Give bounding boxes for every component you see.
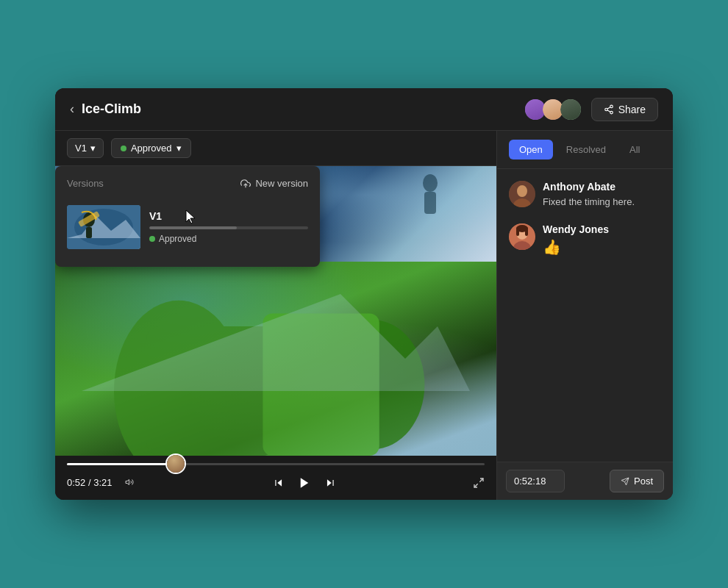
version-thumbnail: [67, 205, 140, 249]
thumb-scene: [67, 205, 140, 249]
svg-line-4: [607, 107, 610, 108]
progress-thumb: [165, 453, 186, 474]
comment-item: Anthony Abate Fixed the timing here.: [509, 181, 661, 209]
thumbnail-image: [67, 205, 140, 249]
titlebar-left: ‹ Ice-Climb: [70, 101, 141, 117]
fullscreen-icon: [473, 477, 485, 489]
comment-content: Anthony Abate Fixed the timing here.: [543, 181, 661, 209]
step-forward-button[interactable]: [325, 478, 335, 488]
progress-bar[interactable]: [67, 463, 485, 465]
version-status-label: Approved: [159, 234, 196, 244]
status-dropdown-button[interactable]: Approved ▾: [111, 138, 191, 158]
svg-point-21: [83, 212, 95, 227]
svg-point-2: [610, 111, 613, 114]
share-icon: [604, 104, 614, 115]
versions-dropdown: Versions New version: [55, 166, 320, 267]
post-button[interactable]: Post: [610, 470, 664, 492]
total-time: 3:21: [93, 477, 112, 488]
status-dot-icon: [121, 146, 126, 151]
timestamp-input[interactable]: [506, 470, 565, 492]
comment-text: Fixed the timing here.: [543, 196, 661, 209]
figure-silhouette-2: [408, 170, 452, 236]
send-icon: [621, 477, 629, 486]
upload-icon: [240, 179, 251, 189]
volume-icon[interactable]: [124, 477, 135, 489]
video-frame-bottom: [55, 262, 496, 456]
main-content: V1 ▾ Approved ▾: [55, 131, 673, 500]
svg-point-32: [517, 185, 527, 197]
user-avatar-on-timeline: [167, 455, 185, 473]
version-status: Approved: [149, 234, 308, 244]
avatars-group: [524, 98, 582, 121]
svg-line-30: [474, 484, 478, 487]
tab-all-label: All: [629, 144, 640, 155]
post-bar: Post: [497, 462, 673, 500]
tab-resolved-label: Resolved: [566, 144, 606, 155]
status-chevron-icon: ▾: [176, 143, 182, 154]
wendy-avatar: [509, 223, 535, 250]
comment-item: Wendy Jones 👍: [509, 223, 661, 256]
volume-svg: [124, 478, 135, 487]
version-progress-bar: [149, 226, 308, 229]
new-version-button[interactable]: New version: [240, 178, 308, 189]
comment-emoji: 👍: [543, 238, 661, 256]
new-version-label: New version: [255, 178, 308, 189]
comment-author: Wendy Jones: [543, 223, 661, 235]
status-label: Approved: [131, 143, 172, 154]
video-bg: Versions New version: [55, 166, 496, 456]
jacket-shapes: [55, 262, 496, 456]
comments-list: Anthony Abate Fixed the timing here.: [497, 169, 673, 462]
comments-section: Open Resolved All: [496, 131, 673, 500]
tab-resolved[interactable]: Resolved: [556, 140, 616, 159]
controls-right: [473, 477, 485, 489]
share-label: Share: [618, 104, 646, 115]
controls-left: 0:52 / 3:21: [67, 477, 135, 489]
controls-row: 0:52 / 3:21: [67, 473, 485, 493]
svg-marker-23: [126, 479, 129, 484]
svg-marker-26: [300, 478, 308, 488]
play-button[interactable]: [294, 473, 315, 493]
anthony-avatar: [509, 181, 535, 207]
comments-tabs: Open Resolved All: [497, 131, 673, 169]
svg-rect-39: [525, 227, 528, 236]
svg-marker-27: [327, 479, 332, 486]
versions-header-label: Versions: [67, 178, 104, 189]
version-progress-fill: [149, 226, 237, 229]
step-back-icon: [274, 478, 284, 488]
tab-open[interactable]: Open: [509, 140, 553, 159]
svg-point-9: [423, 174, 438, 192]
comment-content: Wendy Jones 👍: [543, 223, 661, 256]
page-title: Ice-Climb: [82, 101, 141, 117]
share-button[interactable]: Share: [591, 98, 658, 121]
post-label: Post: [634, 476, 653, 487]
fullscreen-button[interactable]: [473, 477, 485, 489]
time-display: 0:52 / 3:21: [67, 477, 112, 488]
comment-author: Anthony Abate: [543, 181, 661, 193]
svg-rect-38: [516, 227, 519, 236]
current-time: 0:52: [67, 477, 85, 488]
svg-marker-24: [277, 479, 282, 486]
back-button[interactable]: ‹: [70, 101, 74, 117]
svg-rect-10: [424, 192, 436, 214]
player-controls: 0:52 / 3:21: [55, 456, 496, 500]
version-label: V1: [75, 143, 87, 154]
version-item: V1 Approved: [67, 199, 308, 255]
green-scene: [55, 262, 496, 456]
step-back-button[interactable]: [274, 478, 284, 488]
video-toolbar: V1 ▾ Approved ▾: [55, 131, 496, 166]
app-window: ‹ Ice-Climb Share: [55, 88, 673, 500]
version-dropdown-button[interactable]: V1 ▾: [67, 138, 104, 158]
play-icon: [298, 476, 311, 490]
progress-fill: [67, 463, 176, 465]
tab-open-label: Open: [519, 144, 543, 155]
svg-line-29: [479, 478, 483, 482]
tab-all[interactable]: All: [619, 140, 650, 159]
svg-point-0: [610, 105, 613, 108]
svg-rect-22: [86, 227, 92, 238]
video-container[interactable]: Versions New version: [55, 166, 496, 456]
avatar: [509, 223, 535, 250]
version-status-dot: [149, 236, 155, 242]
avatar: [509, 181, 535, 207]
versions-dropdown-header: Versions New version: [67, 178, 308, 189]
version-name: V1: [149, 210, 308, 222]
